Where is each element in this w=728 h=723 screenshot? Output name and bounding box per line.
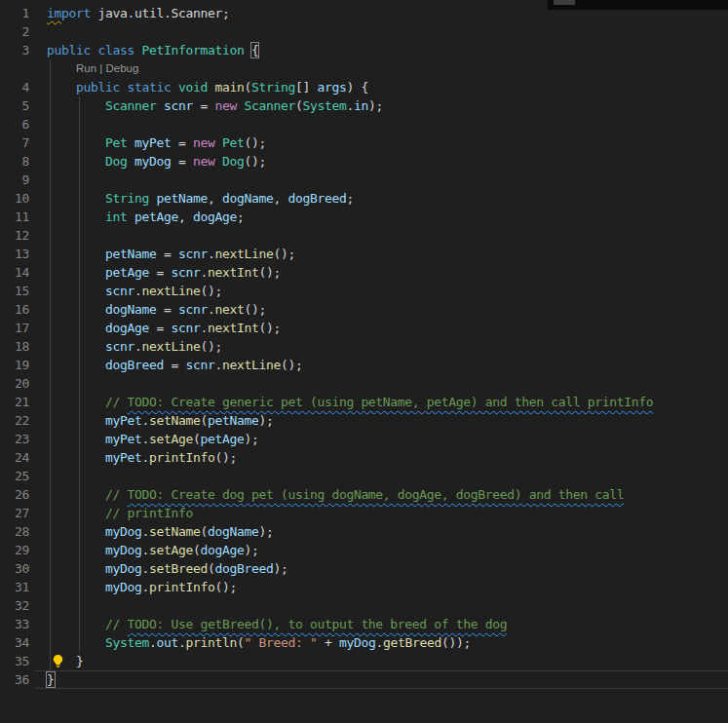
line-number [0,59,29,78]
line-number[interactable]: 30 [0,559,29,578]
line-number[interactable]: 3 [0,41,29,59]
code-line[interactable]: 5 Scanner scnr = new Scanner(System.in); [0,96,728,115]
line-number[interactable]: 10 [0,189,29,208]
line-number[interactable]: 5 [0,96,29,115]
code-text: public static void main(String[] args) { [29,78,368,96]
code-text: petName = scnr.nextLine(); [29,245,295,263]
line-number[interactable]: 15 [0,282,29,300]
line-number[interactable]: 7 [0,133,29,152]
codelens-debug-link[interactable]: Debug [106,62,139,74]
token: . [141,432,149,446]
code-line[interactable]: 29 myDog.setAge(dogAge); [0,541,728,559]
line-number[interactable]: 18 [0,337,29,356]
code-text: myDog.setName(dogName); [29,522,273,541]
line-number[interactable]: 35 [0,652,29,670]
token: . [141,413,149,428]
token: scnr [178,302,208,317]
code-line[interactable]: 34 System.out.println(" Breed: " + myDog… [0,633,728,652]
code-line[interactable]: 28 myDog.setName(dogName); [0,522,728,541]
line-number[interactable]: 13 [0,245,29,263]
line-number[interactable]: 29 [0,541,29,559]
line-number[interactable]: 16 [0,300,29,319]
code-text [29,596,47,615]
line-number[interactable]: 24 [0,448,29,467]
token: petAge [200,432,244,446]
code-line[interactable]: 4 public static void main(String[] args)… [0,78,728,96]
code-line[interactable]: 23 myPet.setAge(petAge); [0,430,728,448]
code-line[interactable]: 22 myPet.setName(petName); [0,411,728,430]
code-line[interactable]: 36} [0,670,728,689]
code-line[interactable]: 30 myDog.setBreed(dogBreed); [0,559,728,578]
line-number[interactable]: 8 [0,152,29,171]
line-number[interactable]: 11 [0,208,29,226]
code-line[interactable]: 7 Pet myPet = new Pet(); [0,133,728,152]
token: ); [258,524,273,539]
code-line[interactable]: 11 int petAge, dogAge; [0,208,728,226]
code-line[interactable]: 20 [0,374,728,393]
codelens-row[interactable]: Run | Debug [0,59,728,78]
code-line[interactable]: 21 // TODO: Create generic pet (using pe… [0,393,728,411]
code-line[interactable]: 10 String petName, dogName, dogBreed; [0,189,728,208]
line-number[interactable]: 22 [0,411,29,430]
code-line[interactable]: 6 [0,115,728,133]
lightbulb-icon[interactable] [51,654,65,668]
code-line[interactable]: 9 [0,171,728,189]
code-line[interactable]: 32 [0,596,728,615]
line-number[interactable]: 27 [0,504,29,522]
code-line[interactable]: 18 scnr.nextLine(); [0,337,728,356]
code-line[interactable]: 2 [0,22,728,41]
token: myDog [134,154,171,169]
line-number[interactable]: 26 [0,485,29,504]
token: ); [368,98,383,113]
line-number[interactable]: 14 [0,263,29,282]
line-number[interactable]: 12 [0,226,29,245]
code-area[interactable]: 1import java.util.Scanner;23public class… [0,0,728,689]
line-number[interactable]: 19 [0,356,29,374]
token: nextLine [141,284,200,298]
line-number[interactable]: 20 [0,374,29,393]
token: printInfo [149,450,214,465]
scrollbar-handle[interactable] [554,0,575,5]
token: (); [281,358,303,372]
code-line[interactable]: 27 // printInfo [0,504,728,522]
token: setName [149,524,200,539]
token: dogName [208,524,258,539]
code-line[interactable]: 17 dogAge = scnr.nextInt(); [0,319,728,337]
code-line[interactable]: 31 myDog.printInfo(); [0,578,728,596]
line-number[interactable]: 36 [0,670,29,689]
line-number[interactable]: 9 [0,171,29,189]
token: . [375,635,383,650]
code-text: dogAge = scnr.nextInt(); [29,319,281,337]
code-line[interactable]: 33 // TODO: Use getBreed(), to output th… [0,615,728,633]
line-number[interactable]: 33 [0,615,29,633]
code-line[interactable]: 16 dogName = scnr.next(); [0,300,728,319]
line-number[interactable]: 4 [0,78,29,96]
line-number[interactable]: 32 [0,596,29,615]
code-line[interactable]: 3public class PetInformation { [0,41,728,59]
codelens-run-link[interactable]: Run [76,62,96,74]
token: args [317,80,346,95]
code-line[interactable]: 24 myPet.printInfo(); [0,448,728,467]
line-number[interactable]: 31 [0,578,29,596]
line-number[interactable]: 23 [0,430,29,448]
token: void [178,80,214,95]
line-number[interactable]: 1 [0,4,29,22]
line-number[interactable]: 21 [0,393,29,411]
line-number[interactable]: 17 [0,319,29,337]
squiggle-token: TODO: Create dog pet (using dogName, dog… [127,487,624,502]
code-line[interactable]: 25 [0,467,728,485]
code-line[interactable]: 12 [0,226,728,245]
line-number[interactable]: 6 [0,115,29,133]
line-number[interactable]: 2 [0,22,29,41]
line-number[interactable]: 28 [0,522,29,541]
code-line[interactable]: 19 dogBreed = scnr.nextLine(); [0,356,728,374]
code-line[interactable]: 13 petName = scnr.nextLine(); [0,245,728,263]
line-number[interactable]: 25 [0,467,29,485]
code-line[interactable]: 26 // TODO: Create dog pet (using dogNam… [0,485,728,504]
line-number[interactable]: 34 [0,633,29,652]
token: println [185,635,236,650]
code-line[interactable]: 35 } [0,652,728,670]
code-line[interactable]: 14 petAge = scnr.nextInt(); [0,263,728,282]
code-line[interactable]: 8 Dog myDog = new Dog(); [0,152,728,171]
code-line[interactable]: 15 scnr.nextLine(); [0,282,728,300]
